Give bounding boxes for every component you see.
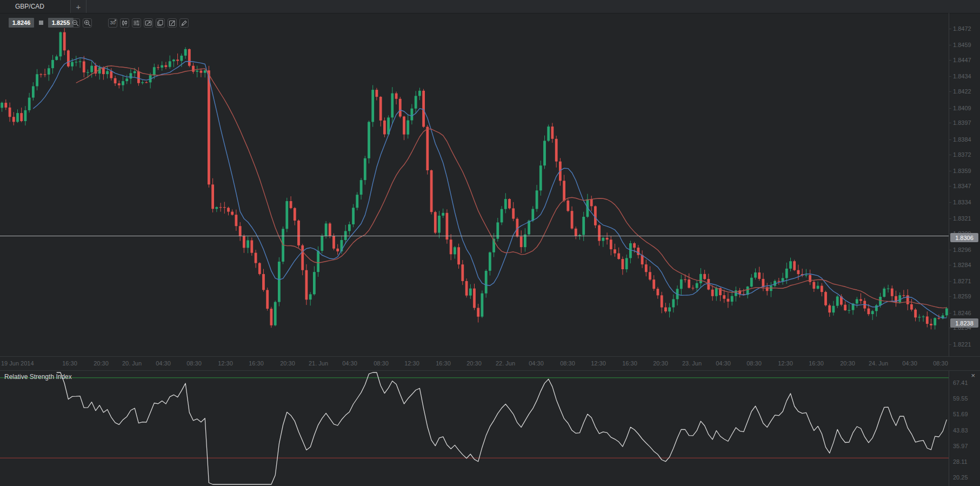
price-axis[interactable]: 1.82211.82341.82461.82591.82711.82841.82… [949, 13, 980, 356]
price-axis-tick: 1.8384 [953, 136, 971, 143]
rsi-axis-tick: 43.83 [953, 427, 968, 434]
time-axis-tick: 21. Jun [309, 360, 328, 367]
rsi-axis-tick: 28.11 [953, 458, 968, 465]
sell-button[interactable]: 1.8246 [9, 18, 34, 28]
time-axis-tick: 04:30 [156, 360, 171, 367]
price-tick-mark [949, 296, 951, 297]
price-tick-mark [949, 139, 951, 140]
price-tick-mark [949, 265, 951, 265]
timeframe-button[interactable]: 30 [108, 18, 117, 28]
price-tick-mark [949, 60, 951, 61]
rsi-axis-tick: 35.97 [953, 443, 968, 449]
price-axis-tick: 1.8347 [953, 183, 971, 189]
quote-widget: 1.8246 1.8255 [9, 18, 74, 28]
candles-layer [1, 28, 948, 330]
price-axis-tick: 1.8459 [953, 42, 971, 48]
price-axis-tick: 1.8259 [953, 293, 971, 299]
time-axis-tick: 16:30 [809, 360, 824, 367]
price-tick-mark [949, 328, 951, 328]
zoom-in-button[interactable] [83, 18, 92, 28]
price-axis-tick: 1.8372 [953, 151, 971, 158]
time-axis-tick: 24. Jun [869, 360, 888, 367]
rsi-axis-tick: 51.69 [953, 411, 968, 417]
price-line-badge: 1.8306 [950, 233, 978, 242]
draw-button[interactable] [179, 18, 189, 28]
candlestick-icon [121, 19, 128, 26]
rsi-axis[interactable]: × 67.4159.5551.6943.8335.9728.1120.25 [949, 371, 980, 486]
time-axis-tick: 08:30 [933, 360, 948, 367]
indicators-button[interactable] [132, 18, 141, 28]
time-axis-tick: 04:30 [529, 360, 544, 367]
buy-button[interactable]: 1.8255 [48, 18, 74, 28]
time-axis-tick: 08:30 [746, 360, 762, 367]
price-axis-tick: 1.8397 [953, 119, 971, 126]
price-tick-mark [949, 29, 951, 29]
price-level-line[interactable] [0, 236, 949, 236]
time-axis-tick: 12:30 [778, 360, 793, 367]
price-tick-mark [949, 45, 951, 45]
chartshot-button[interactable] [144, 18, 153, 28]
rsi-axis-tick: 20.25 [953, 474, 968, 481]
time-axis-tick: 12:30 [404, 360, 419, 367]
time-axis-tick: 04:30 [716, 360, 731, 367]
price-axis-tick: 1.8321 [953, 215, 971, 222]
candlestick-chart[interactable] [0, 0, 949, 356]
time-axis-tick: 20:30 [466, 360, 482, 367]
price-axis-tick: 1.8422 [953, 88, 971, 95]
rsi-axis-tick: 59.55 [953, 395, 968, 402]
time-axis-tick: 20:30 [840, 360, 855, 367]
price-axis-tick: 1.8359 [953, 168, 971, 174]
price-tick-mark [949, 344, 951, 345]
price-tick-mark [949, 186, 951, 187]
time-axis-tick: 08:30 [186, 360, 202, 367]
price-tick-mark [949, 313, 951, 314]
time-axis-tick: 16:30 [249, 360, 264, 367]
rsi-title: Relative Strength Index [4, 373, 72, 381]
price-tick-mark [949, 108, 951, 109]
price-axis-tick: 1.8472 [953, 25, 971, 32]
edit-square-icon [169, 19, 176, 26]
price-axis-tick: 1.8246 [953, 310, 971, 316]
copy-chart-button[interactable] [156, 18, 165, 28]
rsi-axis-tick: 67.41 [953, 380, 968, 386]
price-axis-tick: 1.8434 [953, 73, 971, 79]
time-axis-tick: 16:30 [436, 360, 451, 367]
sliders-icon [133, 19, 140, 26]
time-axis-tick: 16:30 [622, 360, 637, 367]
rsi-panel[interactable]: Relative Strength Index × 67.4159.5551.6… [0, 370, 980, 486]
timeframe-label: 30 [110, 21, 115, 25]
price-tick-mark [949, 281, 951, 282]
trading-app-window: GBP/CAD + 1.8246 1.8255 [0, 0, 980, 486]
price-tick-mark [949, 155, 951, 155]
time-axis-tick: 08:30 [560, 360, 575, 367]
price-axis-tick: 1.8221 [953, 341, 971, 348]
rsi-line [57, 372, 947, 484]
zoom-out-button[interactable] [71, 18, 80, 28]
spread-indicator [39, 21, 43, 25]
chart-arrow-icon [145, 19, 152, 26]
chart-toolbar: 30 [71, 18, 191, 28]
time-axis-tick: 08:30 [374, 360, 389, 367]
copy-icon [157, 19, 164, 26]
price-tick-mark [949, 76, 951, 77]
timeframe-dropdown-mark [115, 19, 116, 21]
time-axis[interactable]: 19 Jun 201416:3020:3020. Jun04:3008:3012… [0, 356, 980, 370]
price-tick-mark [949, 250, 951, 250]
chart-type-button[interactable] [120, 18, 129, 28]
time-axis-tick: 19 Jun 2014 [1, 360, 34, 367]
time-axis-tick: 04:30 [342, 360, 357, 367]
rsi-close-button[interactable]: × [971, 371, 975, 380]
ma-slow-line [76, 66, 947, 308]
time-axis-tick: 12:30 [218, 360, 233, 367]
last-price-badge: 1.8238 [950, 318, 978, 328]
time-axis-tick: 20:30 [280, 360, 295, 367]
price-axis-tick: 1.8271 [953, 278, 971, 284]
edit-button[interactable] [168, 18, 177, 28]
rsi-plot[interactable] [0, 371, 949, 486]
price-axis-tick: 1.8447 [953, 57, 971, 63]
time-axis-tick: 20. Jun [122, 360, 142, 367]
time-axis-tick: 22. Jun [496, 360, 515, 367]
price-tick-mark [949, 123, 951, 123]
zoom-out-icon [72, 19, 79, 26]
time-axis-tick: 16:30 [62, 360, 77, 367]
